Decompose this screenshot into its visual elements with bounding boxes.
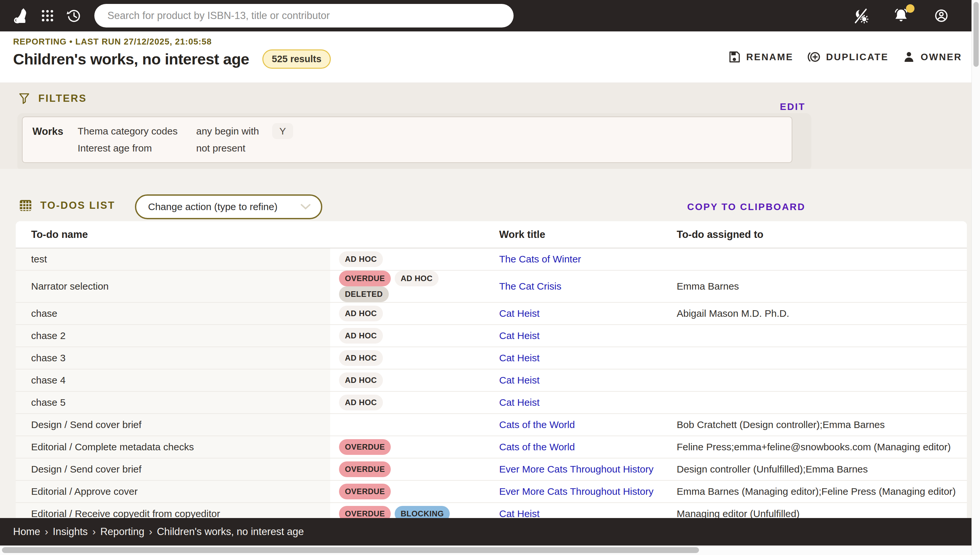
cat-logo-icon[interactable] <box>12 5 29 26</box>
work-title-link[interactable]: Cat Heist <box>499 330 539 341</box>
assigned-to-cell <box>671 391 967 414</box>
work-title-cell: Ever More Cats Throughout History <box>495 480 671 503</box>
horizontal-scrollbar[interactable] <box>0 545 980 555</box>
todo-badges-cell: OVERDUE <box>330 458 495 480</box>
work-title-link[interactable]: The Cats of Winter <box>499 253 581 265</box>
rename-label: RENAME <box>746 52 793 63</box>
table-row: test AD HOC The Cats of Winter <box>16 248 967 270</box>
filter-card-well: Works Thema category codes any begin wit… <box>18 113 811 171</box>
work-title-cell: Cat Heist <box>495 391 671 414</box>
work-title-cell: Cats of the World <box>495 436 671 458</box>
column-header-work-title: Work title <box>495 221 671 248</box>
todo-badges-cell: AD HOC <box>330 347 495 369</box>
duplicate-button[interactable]: DUPLICATE <box>807 50 888 64</box>
assigned-to-cell <box>671 325 967 347</box>
copy-to-clipboard-link[interactable]: COPY TO CLIPBOARD <box>687 202 805 212</box>
work-title-link[interactable]: Cat Heist <box>499 397 539 408</box>
work-title-link[interactable]: Cats of the World <box>499 441 575 452</box>
assigned-to-cell: Managing editor (Unfulfilled) <box>671 503 967 518</box>
apps-grid-icon[interactable] <box>40 8 55 23</box>
breadcrumb-item[interactable]: Home <box>13 526 40 537</box>
status-badge: AD HOC <box>395 271 439 286</box>
todo-badges-cell: AD HOC <box>330 369 495 391</box>
table-row: chase 5 AD HOC Cat Heist <box>16 391 967 414</box>
account-icon[interactable] <box>933 7 950 24</box>
assigned-to-cell: Emma Barnes (Managing editor);Feline Pre… <box>671 480 967 503</box>
filter-value: Y <box>272 123 293 139</box>
horizontal-scrollbar-thumb[interactable] <box>2 547 699 553</box>
todo-name-cell: Editorial / Complete metadata checks <box>16 436 330 458</box>
todo-badges-cell <box>330 414 495 436</box>
todo-name-cell: Narrator selection <box>16 270 330 302</box>
work-title-link[interactable]: Cats of the World <box>499 419 575 430</box>
table-icon <box>19 199 32 212</box>
work-title-link[interactable]: The Cat Crisis <box>499 281 562 292</box>
todos-table-card: To-do name Work title To-do assigned to … <box>16 221 967 518</box>
theme-toggle-icon[interactable] <box>852 7 869 24</box>
work-title-cell: Cat Heist <box>495 503 671 518</box>
assigned-to-cell <box>671 369 967 391</box>
vertical-scrollbar[interactable] <box>972 0 980 555</box>
work-title-link[interactable]: Cat Heist <box>499 353 539 363</box>
work-title-link[interactable]: Cat Heist <box>499 375 539 385</box>
todo-badges-cell: AD HOC <box>330 391 495 414</box>
assigned-to-cell: Feline Press;emma+feline@snowbooks.com (… <box>671 436 967 458</box>
filter-field: Thema category codes <box>77 126 196 138</box>
todo-badges-cell: OVERDUEBLOCKING <box>330 503 495 518</box>
table-row: chase 4 AD HOC Cat Heist <box>16 369 967 391</box>
owner-button[interactable]: OWNER <box>903 50 962 64</box>
assigned-to-cell <box>671 347 967 369</box>
work-title-link[interactable]: Ever More Cats Throughout History <box>499 464 653 475</box>
column-header-assigned-to: To-do assigned to <box>671 221 967 248</box>
work-title-link[interactable]: Cat Heist <box>499 508 539 518</box>
column-header-badges <box>330 221 495 248</box>
work-title-cell: Cat Heist <box>495 325 671 347</box>
filter-operator: any begin with <box>196 126 272 138</box>
change-action-value: Change action (type to refine) <box>148 201 300 212</box>
todo-badges-cell: AD HOC <box>330 302 495 325</box>
table-header-row: To-do name Work title To-do assigned to <box>16 221 967 248</box>
work-title-cell: The Cats of Winter <box>495 248 671 270</box>
history-icon[interactable] <box>66 8 82 24</box>
assigned-to-cell: Emma Barnes <box>671 270 967 302</box>
breadcrumb-item[interactable]: Reporting <box>100 526 144 537</box>
filters-heading-label: FILTERS <box>38 93 87 104</box>
search-input[interactable] <box>94 4 513 27</box>
edit-filters-link[interactable]: EDIT <box>780 101 805 112</box>
table-row: chase 2 AD HOC Cat Heist <box>16 325 967 347</box>
assigned-to-cell: Bob Cratchett (Design controller);Emma B… <box>671 414 967 436</box>
work-title-link[interactable]: Ever More Cats Throughout History <box>499 486 653 497</box>
status-badge: OVERDUE <box>339 439 391 455</box>
work-title-link[interactable]: Cat Heist <box>499 308 539 319</box>
status-badge: BLOCKING <box>395 506 450 518</box>
assigned-to-cell <box>671 248 967 270</box>
table-row: chase AD HOC Cat Heist Abigail Mason M.D… <box>16 302 967 325</box>
filters-heading: FILTERS <box>18 92 87 105</box>
table-row: Editorial / Approve cover OVERDUE Ever M… <box>16 480 967 503</box>
status-badge: OVERDUE <box>339 484 391 499</box>
todo-name-cell: chase <box>16 302 330 325</box>
breadcrumb-separator: › <box>45 526 48 537</box>
change-action-dropdown[interactable]: Change action (type to refine) <box>135 194 322 219</box>
duplicate-icon <box>807 50 821 64</box>
duplicate-label: DUPLICATE <box>826 52 888 63</box>
todo-badges-cell: OVERDUEAD HOCDELETED <box>330 270 495 302</box>
status-badge: AD HOC <box>339 306 383 321</box>
todo-badges-cell: AD HOC <box>330 248 495 270</box>
owner-label: OWNER <box>921 52 962 63</box>
person-icon <box>903 50 916 64</box>
todos-table: To-do name Work title To-do assigned to … <box>16 221 967 518</box>
breadcrumb-separator: › <box>92 526 96 537</box>
save-icon <box>728 50 741 64</box>
rename-button[interactable]: RENAME <box>728 50 793 64</box>
filters-section: FILTERS EDIT Works Thema category codes … <box>0 82 980 169</box>
page-title: Children's works, no interest age <box>13 50 249 68</box>
vertical-scrollbar-thumb[interactable] <box>974 2 979 67</box>
todo-name-cell: Design / Send cover brief <box>16 458 330 480</box>
todos-heading-label: TO-DOS LIST <box>40 200 115 212</box>
status-badge: AD HOC <box>339 251 383 267</box>
todo-badges-cell: OVERDUE <box>330 480 495 503</box>
table-row: Editorial / Complete metadata checks OVE… <box>16 436 967 458</box>
todo-name-cell: chase 5 <box>16 391 330 414</box>
breadcrumb-item[interactable]: Insights <box>53 526 88 537</box>
